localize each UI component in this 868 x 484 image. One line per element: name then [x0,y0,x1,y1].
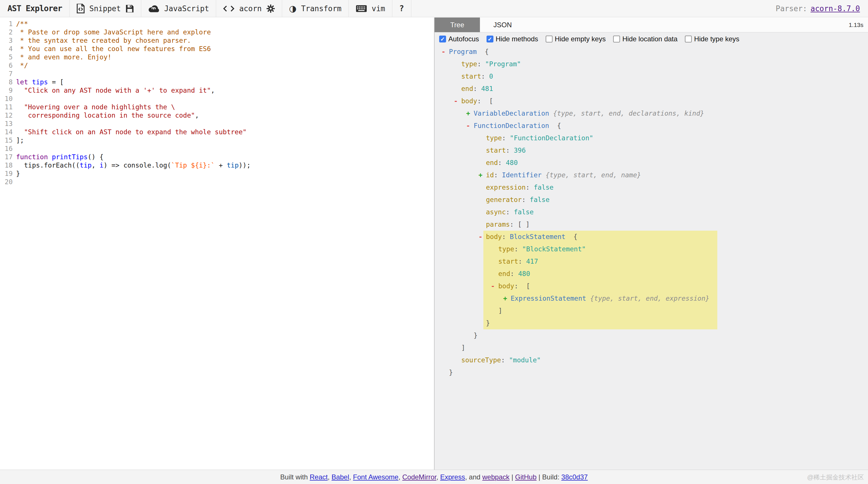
code-line: 20 [0,178,434,186]
collapse-icon[interactable]: - [466,120,474,132]
tree-row: expression: false [435,181,868,194]
tree-row: type: "FunctionDeclaration" [435,132,868,144]
code-editor[interactable]: 1/**2 * Paste or drop some JavaScript he… [0,18,434,470]
code-line: 11 "Hovering over a node highlights the … [0,103,434,111]
tree-row: params: [ ] [435,218,868,231]
code-lines: 1/**2 * Paste or drop some JavaScript he… [0,18,434,186]
footer-credits: Built with React, Babel, Font Awesome, C… [280,473,588,481]
option-hide-type-keys[interactable]: Hide type keys [685,35,739,43]
footer-link-font-awesome[interactable]: Font Awesome [353,473,398,481]
tree-row: } [435,366,868,379]
help-button[interactable]: ? [392,0,411,17]
parser-button[interactable]: acorn [216,0,282,17]
code-icon [223,5,235,12]
tree-options: ✓Autofocus✓Hide methodsHide empty keysHi… [435,32,868,45]
checkbox-checked-icon[interactable]: ✓ [487,36,493,42]
tree-row: +ExpressionStatement {type, start, end, … [435,292,868,305]
tree-row: start: 0 [435,70,868,83]
transform-button[interactable]: ◑ Transform [282,0,349,17]
option-hide-location-data[interactable]: Hide location data [613,35,677,43]
footer-link-express[interactable]: Express [440,473,465,481]
line-number: 17 [0,153,16,161]
checkbox-unchecked-icon[interactable] [613,36,620,42]
app-title: AST Explorer [0,0,70,17]
option-hide-empty-keys[interactable]: Hide empty keys [546,35,606,43]
collapse-icon[interactable]: - [441,45,449,58]
tab-json[interactable]: JSON [480,18,525,32]
code-line: 14 "Shift click on an AST node to expand… [0,128,434,136]
expand-icon[interactable]: + [478,169,486,181]
code-line: 17function printTips() { [0,153,434,161]
footer-link-babel[interactable]: Babel [332,473,349,481]
collapse-icon[interactable]: - [478,231,486,243]
checkbox-checked-icon[interactable]: ✓ [439,36,446,42]
ast-node-link[interactable]: Program [449,48,477,55]
language-label: JavaScript [164,4,209,13]
footer-text: , [436,473,440,481]
line-number: 4 [0,45,16,53]
code-text [16,70,20,78]
footer-link-codemirror[interactable]: CodeMirror [402,473,436,481]
footer-link-react[interactable]: React [310,473,328,481]
code-line: 6 */ [0,61,434,70]
footer-link-38c0d37[interactable]: 38c0d37 [561,473,588,481]
footer-link-github[interactable]: GitHub [515,473,537,481]
snippet-button[interactable]: Snippet [70,0,141,17]
code-text: * You can use all the cool new features … [16,45,211,53]
collapse-icon[interactable]: - [454,95,461,107]
code-line: 9 "Click on any AST node with a '+' to e… [0,86,434,95]
expand-icon[interactable]: + [466,107,474,120]
toggle-icon: ◑ [289,4,297,13]
option-autofocus[interactable]: ✓Autofocus [439,35,479,43]
tab-tree[interactable]: Tree [435,18,480,32]
output-tabbar: Tree JSON 1.13s [435,18,868,32]
tree-row: end: 480 [435,268,868,280]
line-number: 10 [0,95,16,103]
ast-node-link[interactable]: BlockStatement [510,233,565,240]
file-code-icon [76,4,85,13]
line-number: 19 [0,169,16,178]
transform-label: Transform [301,4,342,13]
toolbar: AST Explorer Snippet JavaScript [0,0,868,17]
ast-explorer-app: AST Explorer Snippet JavaScript [0,0,868,484]
line-number: 1 [0,20,16,28]
parser-version-link[interactable]: acorn-8.7.0 [811,4,860,13]
option-hide-methods[interactable]: ✓Hide methods [487,35,538,43]
code-text: */ [16,61,28,70]
parser-name-label: acorn [239,4,261,13]
gear-icon[interactable] [267,4,275,13]
parser-info: Parser: acorn-8.7.0 [776,0,868,17]
code-text [16,120,20,128]
ast-node-link[interactable]: Identifier [502,171,541,179]
ast-node-link[interactable]: FunctionDeclaration [474,122,549,129]
collapse-icon[interactable]: - [491,280,498,292]
tree-panel: Tree JSON 1.13s ✓Autofocus✓Hide methodsH… [434,18,868,470]
code-text: * the syntax tree created by chosen pars… [16,36,191,45]
main-split: 1/**2 * Paste or drop some JavaScript he… [0,18,868,470]
keybinding-button[interactable]: vim [349,0,392,17]
checkbox-unchecked-icon[interactable] [546,36,553,42]
line-number: 3 [0,36,16,45]
ast-node-link[interactable]: VariableDeclaration [474,109,549,117]
line-number: 15 [0,136,16,144]
language-button[interactable]: JavaScript [141,0,216,17]
code-text: * Paste or drop some JavaScript here and… [16,28,211,36]
code-line: 13 [0,120,434,128]
tree-row: -FunctionDeclaration { [435,120,868,132]
tree-row: -Program { [435,45,868,58]
tree-row: async: false [435,206,868,218]
footer-link-webpack[interactable]: webpack [482,473,509,481]
line-number: 18 [0,161,16,169]
ast-tree: -Program {type: "Program"start: 0end: 48… [435,45,868,379]
expand-icon[interactable]: + [503,292,510,305]
code-text: "Shift click on an AST node to expand th… [16,128,247,136]
ast-node-link[interactable]: ExpressionStatement [510,295,586,302]
checkbox-unchecked-icon[interactable] [685,36,692,42]
cloud-icon [148,4,160,13]
code-text: ]; [16,136,24,144]
watermark: @稀土掘金技术社区 [807,473,864,482]
code-line: 3 * the syntax tree created by chosen pa… [0,36,434,45]
save-icon[interactable] [125,4,134,13]
footer-text: | [509,473,515,481]
option-label: Autofocus [448,35,479,43]
